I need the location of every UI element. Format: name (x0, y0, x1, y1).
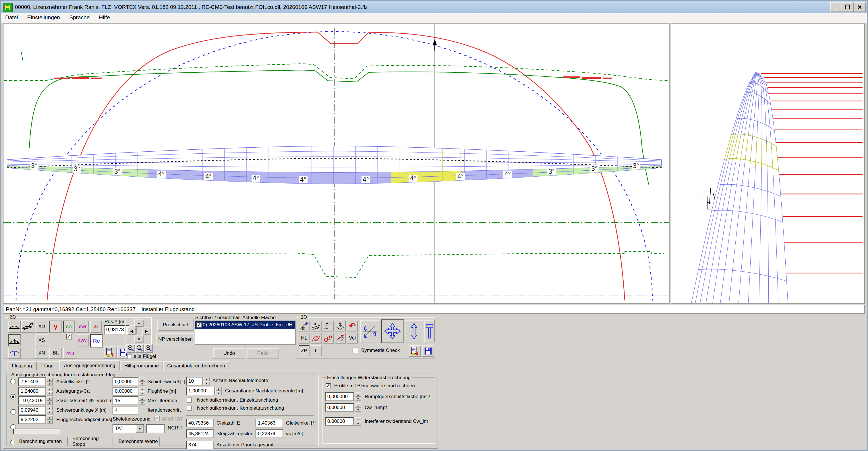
surface-list-item[interactable]: ✓ 0) 20260103 ASW-17_JS-Profile_6m_UH (195, 321, 295, 329)
spanload-view-button[interactable] (8, 348, 21, 359)
stabilitaetsmass-spinner[interactable]: ▲▼ (46, 396, 53, 405)
zp-button[interactable]: ZP (299, 345, 310, 356)
export-2d-button[interactable] (104, 347, 117, 359)
panel-red-button[interactable] (311, 333, 321, 343)
xn-button[interactable]: XN (35, 348, 48, 359)
ai-button[interactable]: ai (90, 321, 102, 333)
nachlauf-einzel-checkbox[interactable] (187, 397, 192, 403)
max-iteration-field[interactable]: 15 (113, 396, 138, 405)
gamma-button[interactable]: γ (50, 321, 62, 333)
gesamtlaenge-field[interactable]: 1,00000 (186, 387, 215, 395)
surface-visible-checkbox[interactable]: ✓ (196, 322, 202, 328)
export-3d-button[interactable] (409, 345, 421, 357)
schwerpunktlage-field[interactable]: 0,09940 (19, 406, 46, 415)
menu-sprache[interactable]: Sprache (65, 13, 94, 22)
flughoehe-spinner[interactable]: ▲▼ (139, 387, 145, 396)
panel-mesh-button[interactable] (323, 321, 334, 331)
bl-button[interactable]: BL (50, 348, 62, 359)
menu-hilfe[interactable]: Hilfe (95, 13, 114, 22)
tab-gesamtpolaren[interactable]: Gesamtpolaren berechnen (163, 361, 229, 370)
menu-einstellungen[interactable]: Einstellungen (23, 13, 64, 22)
alle-fluegel-checkbox[interactable] (127, 354, 132, 359)
surface-listbox[interactable]: ✓ 0) 20260103 ASW-17_JS-Profile_6m_UH (195, 321, 296, 345)
max-iteration-spinner[interactable]: ▲▼ (139, 396, 145, 405)
rumpfquerschnitt-field[interactable]: 0,000000 (325, 392, 354, 401)
gleitzahl-field[interactable]: 40,75356 (186, 419, 214, 427)
cwi-button[interactable]: cwi (76, 321, 89, 333)
skelett-dropdown-arrow[interactable]: ▼ (136, 425, 144, 432)
auslegungs-ca-spinner[interactable]: ▲▼ (46, 387, 53, 396)
close-button[interactable]: ✕ (854, 2, 866, 12)
vs-field[interactable]: 0,22874 (255, 429, 283, 438)
anstellwinkel-field[interactable]: 7,51403 (19, 378, 46, 386)
fluggeschwindigkeit-field[interactable]: 9,32202 (19, 415, 46, 424)
skelett-dropdown[interactable]: TAT ▼ (113, 424, 144, 433)
anzahl-nachlauf-field[interactable]: 10 (186, 377, 203, 386)
tab-fluegel[interactable]: Flügel (37, 361, 59, 370)
vol-button[interactable]: Vol (347, 333, 358, 343)
profilschnitt-button[interactable]: Profilschnitt (157, 319, 193, 331)
flughoehe-field[interactable]: 0,00000 (113, 387, 138, 396)
front-view-button[interactable] (8, 334, 21, 347)
pan-up-button[interactable]: ▲ (134, 320, 144, 327)
alpha-flow-button[interactable]: α (311, 321, 321, 331)
pan-down-button[interactable]: ▼ (134, 335, 144, 343)
planform-view-button[interactable] (8, 321, 21, 333)
fluggeschwindigkeit-spinner[interactable]: ▲▼ (46, 415, 53, 424)
zoom-out-button[interactable] (144, 344, 153, 353)
gesamtlaenge-spinner[interactable]: ▲▼ (215, 387, 222, 395)
vortex-button[interactable] (323, 333, 334, 343)
pan-view-button[interactable] (381, 320, 404, 343)
radio-auslegungs-ca[interactable] (10, 394, 16, 399)
radio-stabilitaetsmass[interactable] (10, 409, 16, 415)
schwerpunktlage-spinner[interactable]: ▲▼ (46, 406, 53, 415)
cwg-button[interactable]: cwg (63, 348, 76, 359)
xd-button[interactable]: XD (35, 321, 48, 333)
l-button[interactable]: L (311, 345, 321, 356)
tab-hilfsprogramme[interactable]: Hilfsprogramme (120, 361, 163, 370)
schiebewinkel-spinner[interactable]: ▲▼ (139, 378, 145, 386)
ca-checkbox[interactable]: ✓ (66, 334, 72, 339)
zoom-reset-button[interactable]: 1:1 (135, 344, 144, 353)
anzahl-nachlauf-spinner[interactable]: ▲▼ (203, 377, 210, 386)
save-3d-button[interactable] (422, 345, 434, 357)
pan-right-button[interactable]: ▶ (143, 328, 151, 335)
pan-left-button[interactable]: ◀ (127, 328, 135, 335)
airfoil-alpha-button[interactable] (21, 320, 34, 333)
planform-canvas[interactable]: 3°3°3°4°4°4°4°4°4°4°4°3°3°3° (3, 24, 670, 304)
berechnung-stopp-button[interactable]: Berechnung Stopp (72, 437, 113, 446)
rotate-view-button[interactable] (360, 320, 380, 342)
minimize-button[interactable]: _ (830, 2, 842, 12)
gleitwinkel-field[interactable]: 1,40563 (255, 419, 283, 427)
undo-button[interactable]: Undo (213, 348, 245, 359)
cw-int-field[interactable]: 0,00000 (325, 417, 354, 426)
ca-button[interactable]: ca (63, 321, 75, 333)
zoom-view-button[interactable] (405, 320, 423, 342)
rumpfquerschnitt-spinner[interactable]: ▲▼ (355, 392, 361, 401)
maximize-button[interactable]: ❒ (842, 2, 854, 12)
np-verschieben-button[interactable]: NP verschieben (156, 333, 194, 345)
xs-button[interactable]: XS (35, 334, 48, 347)
auslegungs-ca-field[interactable]: 1,24000 (19, 387, 46, 396)
schiebewinkel-field[interactable]: 0,00000 (113, 378, 138, 386)
cw-int-spinner[interactable]: ▲▼ (355, 417, 361, 426)
berechnete-werte-button[interactable]: Berechnete Werte (117, 437, 160, 446)
redo-button[interactable]: Redo (247, 348, 279, 359)
panel-normal-button[interactable] (335, 321, 346, 331)
wing3d-canvas[interactable] (671, 24, 865, 304)
radio-anstellwinkel[interactable] (10, 379, 16, 384)
menu-datei[interactable]: Datei (1, 13, 22, 22)
hl-button[interactable]: HL (299, 333, 310, 343)
steigzahl-field[interactable]: 45,38124 (186, 429, 214, 438)
nachlauf-komplett-checkbox[interactable] (187, 405, 192, 411)
zoom-in-button[interactable] (126, 344, 135, 353)
paint-panels-button[interactable] (299, 321, 310, 331)
tab-flugzeug[interactable]: Flugzeug (7, 361, 37, 370)
panels-gesamt-field[interactable]: 374 (186, 441, 214, 449)
tab-auslegungsberechnung[interactable]: Auslegungsberechnung (59, 360, 120, 370)
anstellwinkel-spinner[interactable]: ▲▼ (46, 378, 53, 386)
re-button[interactable]: Re (90, 334, 103, 348)
ncrit-field[interactable] (147, 424, 165, 433)
blasenwiderstand-checkbox[interactable]: ✓ (326, 383, 331, 388)
cwv-button[interactable]: cwv (76, 334, 89, 347)
